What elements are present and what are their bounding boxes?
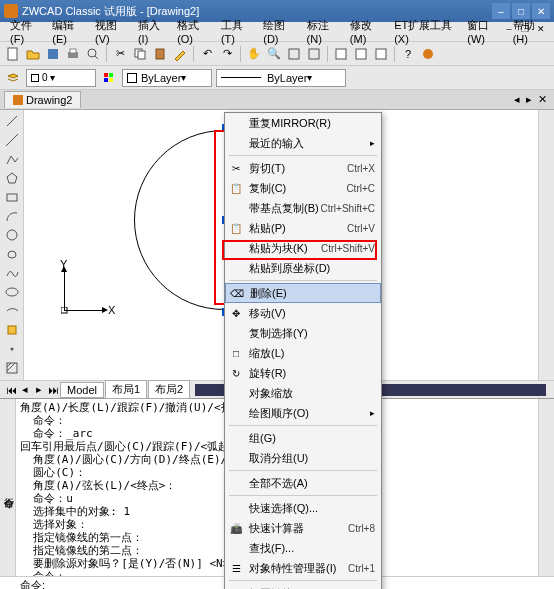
menu-item[interactable]: 复制选择(Y) — [225, 323, 381, 343]
menu-item[interactable]: 工具(T) — [215, 16, 257, 47]
polygon-tool[interactable] — [2, 169, 22, 187]
tab-nav-right[interactable]: ▸ — [523, 93, 535, 106]
submenu-arrow-icon: ▸ — [370, 408, 375, 418]
point-tool[interactable] — [2, 340, 22, 358]
menu-item[interactable]: □缩放(L) — [225, 343, 381, 363]
child-close-button[interactable]: ✕ — [534, 24, 548, 36]
menu-item[interactable]: 绘图(D) — [257, 16, 300, 47]
menu-item[interactable]: 📋复制(C)Ctrl+C — [225, 178, 381, 198]
preview-button[interactable] — [84, 45, 102, 63]
color-button[interactable] — [100, 69, 118, 87]
circle-tool[interactable] — [2, 226, 22, 244]
menu-label: 缩放(L) — [249, 346, 284, 361]
child-restore-button[interactable]: ❐ — [518, 24, 532, 36]
props-button[interactable] — [332, 45, 350, 63]
menu-icon: ↻ — [229, 366, 243, 380]
menu-item[interactable]: 修改(M) — [344, 16, 388, 47]
child-minimize-button[interactable]: – — [502, 24, 516, 36]
zoom-button[interactable]: 🔍 — [265, 45, 283, 63]
menu-item[interactable]: 带基点复制(B)Ctrl+Shift+C — [225, 198, 381, 218]
menu-icon: 📠 — [229, 521, 243, 535]
menu-item[interactable]: 插入(I) — [132, 16, 171, 47]
menu-item[interactable]: ET扩展工具(X) — [388, 16, 461, 47]
layer-button[interactable] — [4, 69, 22, 87]
menu-item[interactable]: 视图(V) — [89, 16, 132, 47]
rect-tool[interactable] — [2, 188, 22, 206]
menu-item[interactable]: 📋粘贴(P)Ctrl+V — [225, 218, 381, 238]
menu-item[interactable]: ✥移动(V) — [225, 303, 381, 323]
zoomwin-button[interactable] — [285, 45, 303, 63]
menu-item[interactable]: 重复MIRROR(R) — [225, 113, 381, 133]
design-center-button[interactable] — [352, 45, 370, 63]
menu-item[interactable]: ☰对象特性管理器(I)Ctrl+1 — [225, 558, 381, 578]
menu-item[interactable]: 文件(F) — [4, 16, 46, 47]
print-button[interactable] — [64, 45, 82, 63]
menu-item[interactable]: 粘贴到原坐标(D) — [225, 258, 381, 278]
menu-item[interactable]: 查找(F)... — [225, 538, 381, 558]
svg-point-14 — [423, 49, 433, 59]
ellipse-tool[interactable] — [2, 283, 22, 301]
layout1-tab[interactable]: 布局1 — [105, 380, 147, 399]
menu-item[interactable]: 快速选择(Q)... — [225, 498, 381, 518]
menu-item[interactable]: 全部不选(A) — [225, 473, 381, 493]
cmd-scroll[interactable] — [538, 399, 554, 576]
hatch-tool[interactable] — [2, 359, 22, 377]
linetype-select[interactable]: ByLayer ▾ — [216, 69, 346, 87]
mt-last[interactable]: ⏭ — [46, 384, 60, 396]
svg-line-28 — [7, 363, 11, 367]
document-tabbar: Drawing2 ◂ ▸ ✕ — [0, 90, 554, 110]
menu-item[interactable]: 组(G) — [225, 428, 381, 448]
about-button[interactable] — [419, 45, 437, 63]
svg-rect-22 — [7, 194, 17, 201]
redo-button[interactable]: ↷ — [218, 45, 236, 63]
menu-label: 复制(C) — [249, 181, 286, 196]
help-button[interactable]: ? — [399, 45, 417, 63]
tab-nav-left[interactable]: ◂ — [511, 93, 523, 106]
line-tool[interactable] — [2, 112, 22, 130]
menu-item[interactable]: ✂剪切(T)Ctrl+X — [225, 158, 381, 178]
pan-button[interactable]: ✋ — [245, 45, 263, 63]
menu-item[interactable]: 最近的输入▸ — [225, 133, 381, 153]
menu-item[interactable]: 编辑(E) — [46, 16, 89, 47]
vertical-scrollbar[interactable] — [538, 110, 554, 380]
arc-tool[interactable] — [2, 207, 22, 225]
menu-label: 重复MIRROR(R) — [249, 116, 331, 131]
color-select[interactable]: ByLayer ▾ — [122, 69, 212, 87]
mt-next[interactable]: ▸ — [32, 383, 46, 396]
document-tab[interactable]: Drawing2 — [4, 91, 81, 108]
mt-first[interactable]: ⏮ — [4, 384, 18, 396]
menu-item[interactable]: 取消分组(U) — [225, 448, 381, 468]
menu-item[interactable]: 📠快速计算器Ctrl+8 — [225, 518, 381, 538]
model-tab[interactable]: Model — [60, 382, 104, 398]
menu-label: 剪切(T) — [249, 161, 285, 176]
spline-tool[interactable] — [2, 264, 22, 282]
matchprop-button[interactable] — [171, 45, 189, 63]
menu-item[interactable]: 对象缩放 — [225, 383, 381, 403]
layer-select[interactable]: 0 ▾ — [26, 69, 96, 87]
paste-button[interactable] — [151, 45, 169, 63]
revcloud-tool[interactable] — [2, 245, 22, 263]
copy-button[interactable] — [131, 45, 149, 63]
menu-label: 最近的输入 — [249, 136, 304, 151]
undo-button[interactable]: ↶ — [198, 45, 216, 63]
menu-item[interactable]: ⌫删除(E) — [225, 283, 381, 303]
tool-palette-button[interactable] — [372, 45, 390, 63]
menu-item[interactable]: 格式(O) — [171, 16, 215, 47]
ellipse-arc-tool[interactable] — [2, 302, 22, 320]
menu-item[interactable]: 标注(N) — [301, 16, 344, 47]
new-button[interactable] — [4, 45, 22, 63]
tab-close[interactable]: ✕ — [535, 93, 550, 106]
pline-tool[interactable] — [2, 150, 22, 168]
save-button[interactable] — [44, 45, 62, 63]
xline-tool[interactable] — [2, 131, 22, 149]
menu-item[interactable]: ↻旋转(R) — [225, 363, 381, 383]
zoomprev-button[interactable] — [305, 45, 323, 63]
open-button[interactable] — [24, 45, 42, 63]
svg-rect-1 — [48, 49, 58, 59]
menu-item[interactable]: 绘图顺序(O)▸ — [225, 403, 381, 423]
layout2-tab[interactable]: 布局2 — [148, 380, 190, 399]
cut-button[interactable]: ✂ — [111, 45, 129, 63]
menu-label: 取消分组(U) — [249, 451, 308, 466]
block-tool[interactable] — [2, 321, 22, 339]
mt-prev[interactable]: ◂ — [18, 383, 32, 396]
